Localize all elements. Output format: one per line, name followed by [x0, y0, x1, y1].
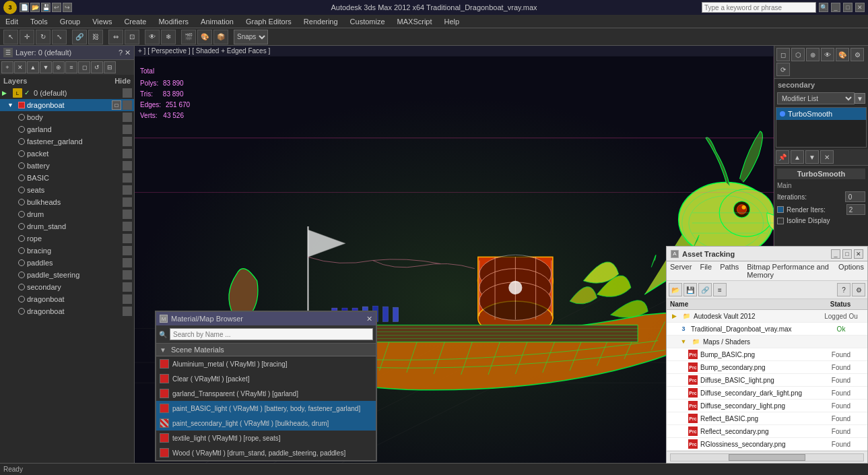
at-horizontal-scrollbar[interactable] [670, 453, 864, 462]
list-item[interactable]: packet [0, 148, 134, 160]
layer-collapse-btn[interactable]: ⊟ [104, 61, 116, 73]
snap-dropdown[interactable]: Snaps [234, 30, 268, 44]
mirror-btn[interactable]: ⇔ [108, 30, 123, 44]
asset-btn[interactable]: 📦 [213, 30, 228, 44]
at-row[interactable]: Prc Diffuse_secondary_light.png Found [667, 400, 867, 412]
layer-merge-btn[interactable]: ⊕ [53, 61, 65, 73]
list-item[interactable]: bracing [0, 245, 134, 257]
open-btn[interactable]: 📂 [30, 3, 40, 12]
at-row[interactable]: ▶ 📁 Autodesk Vault 2012 Logged Ou [667, 310, 867, 323]
at-maximize-btn[interactable]: □ [842, 249, 852, 259]
unlink-btn[interactable]: ⛓ [88, 30, 103, 44]
list-item[interactable]: paddles [0, 257, 134, 269]
menu-animation[interactable]: Animation [199, 17, 236, 26]
material-btn[interactable]: 🎨 [197, 30, 212, 44]
new-btn[interactable]: 📄 [20, 3, 29, 12]
modifier-list-dropdown[interactable]: Modifier List [777, 92, 855, 104]
at-btn-3[interactable]: 🔗 [698, 283, 712, 296]
rp-move-up-btn[interactable]: ▲ [791, 150, 804, 164]
at-menu-server[interactable]: Server [670, 263, 692, 279]
ts-render-iters-input[interactable] [846, 204, 865, 215]
layer-move-down-btn[interactable]: ▼ [40, 61, 52, 73]
undo-btn[interactable]: ↩ [52, 3, 61, 12]
layer-item[interactable]: ▶ L ✓ 0 (default) [0, 87, 134, 99]
list-item[interactable]: dragonboat [0, 293, 134, 305]
scale-btn[interactable]: ⤡ [52, 30, 67, 44]
at-row[interactable]: Prc RGlossiness_secondary.png Found [667, 438, 867, 451]
layer-move-up-btn[interactable]: ▲ [27, 61, 39, 73]
list-item[interactable]: fastener_garland [0, 135, 134, 148]
hide-btn[interactable]: 👁 [145, 30, 160, 44]
modifier-item-turbosmooth[interactable]: TurboSmooth [776, 108, 866, 120]
align-btn[interactable]: ⊡ [125, 30, 139, 44]
at-help-btn[interactable]: ? [837, 283, 850, 296]
mb-item[interactable]: Clear ( VRayMtl ) [packet] [156, 371, 376, 386]
at-btn-2[interactable]: 💾 [683, 283, 697, 296]
at-minimize-btn[interactable]: _ [831, 249, 840, 259]
layer-close-btn[interactable]: ✕ [125, 49, 131, 57]
rp-move-down-btn[interactable]: ▼ [805, 150, 819, 164]
rotate-btn[interactable]: ↻ [36, 30, 51, 44]
mb-item[interactable]: textile_light ( VRayMtl ) [rope, seats] [156, 431, 376, 445]
at-settings-btn[interactable]: ⚙ [852, 283, 865, 296]
freeze-btn[interactable]: ❄ [161, 30, 176, 44]
rp-btn-4[interactable]: 👁 [821, 48, 834, 61]
at-menu-bitmap[interactable]: Bitmap Performance and Memory [747, 263, 830, 279]
mb-search-input[interactable] [170, 328, 373, 340]
render-btn[interactable]: 🎬 [181, 30, 196, 44]
menu-modifiers[interactable]: Modifiers [156, 17, 191, 26]
mb-item-selected-1[interactable]: paint_BASIC_light ( VRayMtl ) [battery, … [156, 401, 376, 416]
rp-btn-6[interactable]: ⚙ [850, 48, 864, 61]
ts-iterations-input[interactable] [845, 191, 865, 202]
layer-item-dragonboat[interactable]: ▼ dragonboat □ [0, 99, 134, 111]
layer-delete-btn[interactable]: ✕ [14, 61, 26, 73]
redo-btn[interactable]: ↪ [63, 3, 72, 12]
list-item[interactable]: body [0, 111, 134, 123]
list-item[interactable]: paddle_steering [0, 269, 134, 281]
at-row[interactable]: 3 Traditional_Dragonboat_vray.max Ok [667, 323, 867, 336]
list-item[interactable]: drum_stand [0, 220, 134, 232]
link-btn[interactable]: 🔗 [72, 30, 87, 44]
menu-views[interactable]: Views [90, 17, 114, 26]
at-close-btn[interactable]: ✕ [854, 249, 863, 259]
layer-refresh-btn[interactable]: ↺ [91, 61, 103, 73]
select-btn[interactable]: ↖ [3, 30, 18, 44]
search-input[interactable] [702, 2, 816, 13]
at-row[interactable]: Prc Reflect_BASIC.png Found [667, 412, 867, 425]
mb-item[interactable]: Wood ( VRayMtl ) [drum_stand, paddle_ste… [156, 445, 376, 460]
modifier-list-arrow[interactable]: ▼ [855, 93, 865, 104]
rp-btn-1[interactable]: ◻ [776, 48, 790, 61]
at-row[interactable]: Prc Reflect_secondary.png Found [667, 425, 867, 438]
list-item[interactable]: seats [0, 184, 134, 196]
at-menu-paths[interactable]: Paths [720, 263, 739, 279]
hide-label[interactable]: Hide [114, 77, 131, 85]
ts-render-iters-checkbox[interactable] [777, 206, 784, 213]
at-menu-file[interactable]: File [700, 263, 712, 279]
list-item[interactable]: drum [0, 208, 134, 220]
at-btn-4[interactable]: ≡ [713, 283, 727, 296]
rp-btn-3[interactable]: ⊕ [806, 48, 820, 61]
list-item[interactable]: bulkheads [0, 196, 134, 208]
ts-isoline-checkbox[interactable] [777, 218, 784, 224]
menu-graph-editors[interactable]: Graph Editors [244, 17, 294, 26]
mb-close-btn[interactable]: ✕ [366, 315, 372, 323]
maximize-btn[interactable]: □ [843, 3, 853, 12]
list-item[interactable]: battery [0, 160, 134, 172]
rp-delete-btn[interactable]: ✕ [820, 150, 834, 164]
mb-item[interactable]: garland_Transparent ( VRayMtl ) [garland… [156, 386, 376, 401]
menu-create[interactable]: Create [122, 17, 148, 26]
search-btn[interactable]: 🔍 [819, 3, 828, 12]
list-item[interactable]: secondary [0, 281, 134, 293]
at-row[interactable]: Prc Bump_secondary.png Found [667, 361, 867, 374]
menu-rendering[interactable]: Rendering [302, 17, 340, 26]
menu-group[interactable]: Group [58, 17, 83, 26]
save-btn[interactable]: 💾 [41, 3, 51, 12]
layer-help-btn[interactable]: ? [119, 49, 123, 57]
layer-props-btn[interactable]: ≡ [65, 61, 77, 73]
list-item[interactable]: dragonboat [0, 305, 134, 317]
list-item[interactable]: BASIC [0, 172, 134, 184]
at-row[interactable]: Prc Bump_BASIC.png Found [667, 348, 867, 361]
rp-btn-5[interactable]: 🎨 [836, 48, 849, 61]
at-menu-options[interactable]: Options [838, 263, 864, 279]
menu-help[interactable]: Help [442, 17, 462, 26]
